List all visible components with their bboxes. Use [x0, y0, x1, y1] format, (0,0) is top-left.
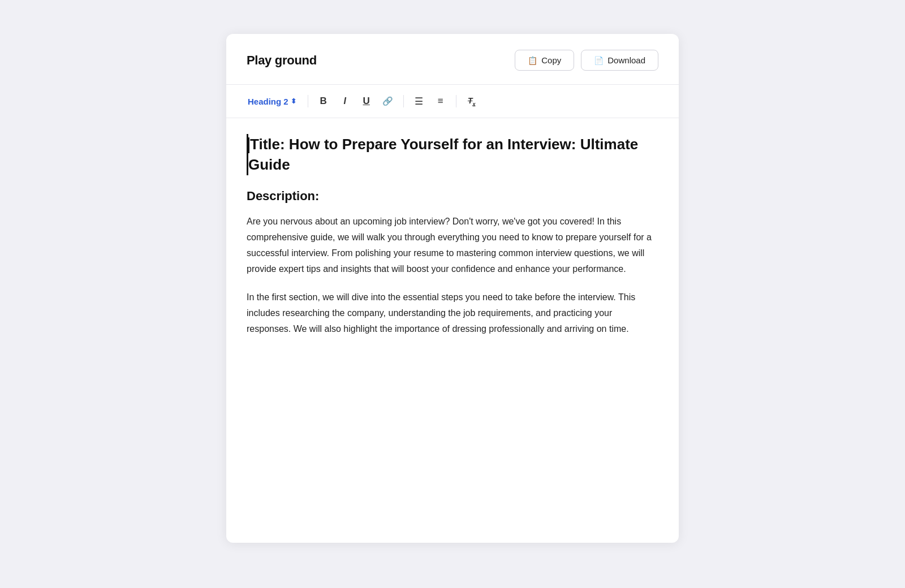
header: Play ground 📋 Copy 📄 Download [226, 34, 679, 85]
bold-button[interactable]: B [314, 92, 333, 111]
unordered-list-button[interactable]: ≡ [431, 92, 450, 111]
italic-icon: I [343, 96, 346, 106]
ordered-list-icon: ☰ [415, 96, 423, 107]
bold-icon: B [320, 96, 327, 107]
ordered-list-button[interactable]: ☰ [410, 92, 429, 111]
text-cursor [248, 137, 249, 153]
toolbar-divider-3 [456, 95, 456, 107]
copy-button[interactable]: 📋 Copy [515, 50, 574, 71]
title-text: Title: How to Prepare Yourself for an In… [248, 136, 638, 173]
toolbar: Heading 2 ⬍ B I U 🔗 ☰ ≡ Tx [226, 85, 679, 118]
paragraph-1: Are you nervous about an upcoming job in… [247, 214, 658, 277]
italic-button[interactable]: I [335, 92, 355, 111]
download-button[interactable]: 📄 Download [581, 50, 658, 71]
clear-format-button[interactable]: Tx [462, 92, 481, 111]
clear-format-icon: Tx [468, 96, 476, 107]
toolbar-divider-1 [308, 95, 308, 107]
link-icon: 🔗 [382, 96, 393, 106]
chevron-updown-icon: ⬍ [291, 97, 296, 105]
app-title: Play ground [247, 53, 317, 68]
link-button[interactable]: 🔗 [378, 92, 398, 111]
heading-selector[interactable]: Heading 2 ⬍ [242, 94, 302, 109]
header-buttons: 📋 Copy 📄 Download [515, 50, 658, 71]
editor-content[interactable]: Title: How to Prepare Yourself for an In… [226, 118, 679, 372]
unordered-list-icon: ≡ [438, 96, 443, 107]
copy-button-label: Copy [541, 55, 561, 65]
download-button-label: Download [607, 55, 645, 65]
paragraph-2: In the first section, we will dive into … [247, 289, 658, 337]
underline-icon: U [363, 96, 370, 107]
main-container: Play ground 📋 Copy 📄 Download Heading 2 … [226, 34, 679, 543]
heading-selector-label: Heading 2 [248, 97, 288, 106]
copy-icon: 📋 [528, 56, 537, 65]
content-title: Title: How to Prepare Yourself for an In… [247, 134, 658, 175]
underline-button[interactable]: U [357, 92, 376, 111]
toolbar-divider-2 [403, 95, 404, 107]
description-heading: Description: [247, 189, 658, 204]
download-icon: 📄 [594, 56, 604, 65]
